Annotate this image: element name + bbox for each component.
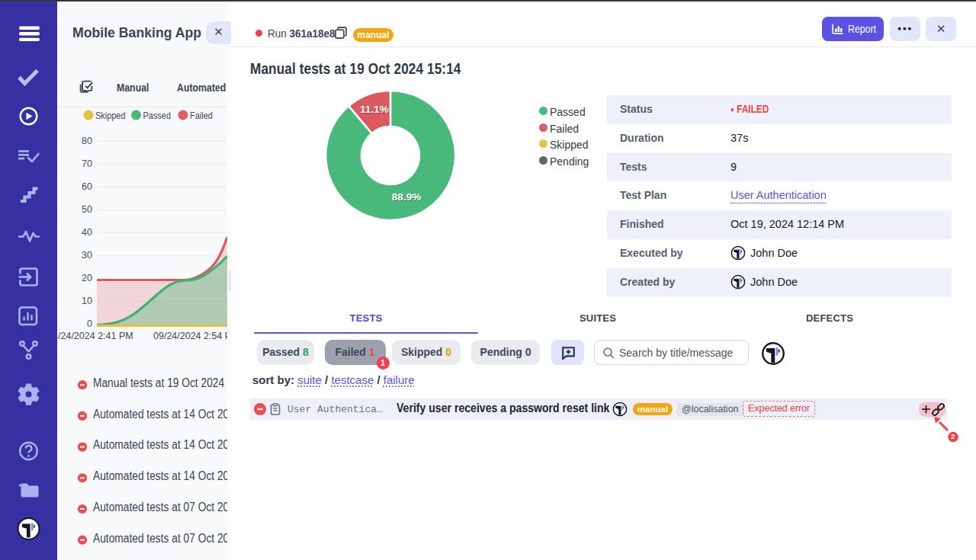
svg-text:Failed: Failed <box>190 110 213 121</box>
svg-text:Passed: Passed <box>143 110 172 121</box>
svg-text:Skipped: Skipped <box>95 110 126 121</box>
svg-text:/24/2024 2:41 PM: /24/2024 2:41 PM <box>58 331 133 341</box>
svg-text:11.1%: 11.1% <box>360 104 389 115</box>
svg-text:10: 10 <box>82 296 92 306</box>
svg-text:80: 80 <box>82 136 92 146</box>
svg-text:70: 70 <box>82 158 92 169</box>
svg-text:0: 0 <box>87 318 92 329</box>
svg-text:50: 50 <box>82 204 92 215</box>
svg-text:20: 20 <box>82 273 92 283</box>
svg-text:40: 40 <box>82 227 92 238</box>
svg-text:88.9%: 88.9% <box>392 191 421 203</box>
svg-text:09/24/2024 2:54 PM: 09/24/2024 2:54 PM <box>153 331 227 341</box>
svg-text:30: 30 <box>82 250 92 261</box>
svg-text:60: 60 <box>82 181 92 192</box>
svg-text:2: 2 <box>951 432 955 440</box>
